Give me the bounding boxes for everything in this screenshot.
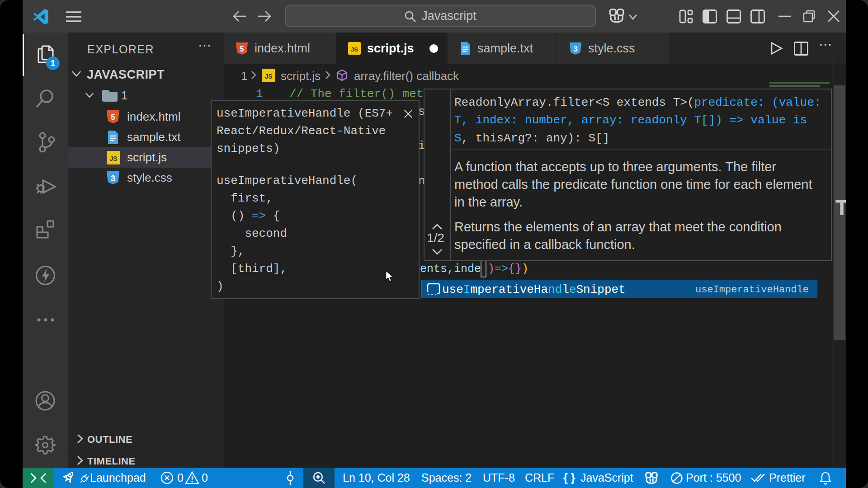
svg-text:3: 3 — [573, 45, 577, 53]
svg-text:5: 5 — [111, 113, 115, 122]
svg-text:3: 3 — [111, 174, 115, 183]
svg-text:JS: JS — [109, 155, 117, 162]
svg-text:5: 5 — [240, 45, 244, 52]
svg-text:JS: JS — [264, 73, 272, 80]
svg-text:JS: JS — [351, 46, 358, 53]
